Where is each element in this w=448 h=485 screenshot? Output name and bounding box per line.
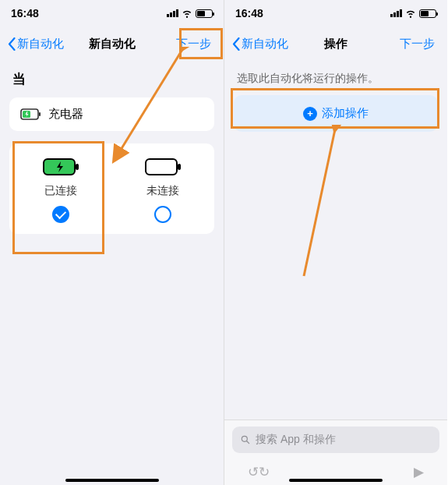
add-action-label: 添加操作 xyxy=(322,106,369,121)
play-icon[interactable]: ▶ xyxy=(414,464,424,480)
search-icon xyxy=(240,434,251,445)
svg-rect-5 xyxy=(146,159,177,175)
clock: 16:48 xyxy=(235,7,263,19)
next-button[interactable]: 下一步 xyxy=(171,34,216,55)
section-header-when: 当 xyxy=(0,61,224,94)
wifi-icon xyxy=(182,8,192,19)
next-button[interactable]: 下一步 xyxy=(395,34,439,55)
back-button[interactable]: 新自动化 xyxy=(8,37,64,51)
trigger-charger-row[interactable]: 充电器 xyxy=(9,97,214,131)
status-icons xyxy=(390,8,436,19)
nav-title: 新自动化 xyxy=(89,37,136,51)
search-placeholder: 搜索 App 和操作 xyxy=(256,433,336,447)
screen-new-automation: 16:48 新自动化 新自动化 下一步 当 充电器 xyxy=(0,0,224,485)
back-label: 新自动化 xyxy=(17,37,64,51)
option-disconnected[interactable]: 未连接 xyxy=(112,158,215,223)
option-connected[interactable]: 已连接 xyxy=(9,158,112,223)
search-input[interactable]: 搜索 App 和操作 xyxy=(232,427,439,453)
clock: 16:48 xyxy=(11,7,39,19)
battery-icon xyxy=(419,9,436,18)
svg-rect-6 xyxy=(178,164,181,170)
charger-icon xyxy=(20,108,41,120)
battery-charging-icon xyxy=(42,158,79,176)
option-disconnected-label: 未连接 xyxy=(146,184,179,198)
svg-rect-1 xyxy=(39,112,41,116)
status-bar: 16:48 xyxy=(224,0,447,27)
svg-rect-4 xyxy=(76,164,79,170)
status-bar: 16:48 xyxy=(0,0,224,27)
radio-checked-icon xyxy=(52,206,69,223)
connection-options: 已连接 未连接 xyxy=(9,143,214,234)
back-button[interactable]: 新自动化 xyxy=(232,37,288,51)
chevron-left-icon xyxy=(8,37,16,51)
charger-label: 充电器 xyxy=(48,107,83,122)
svg-point-7 xyxy=(242,436,247,441)
nav-bar: 新自动化 操作 下一步 xyxy=(224,27,447,61)
plus-circle-icon: + xyxy=(303,107,317,121)
redo-icon[interactable]: ↻ xyxy=(259,464,270,480)
battery-empty-icon xyxy=(144,158,182,176)
hint-text: 选取此自动化将运行的操作。 xyxy=(224,61,447,95)
battery-icon xyxy=(196,9,213,18)
undo-icon[interactable]: ↺ xyxy=(248,464,259,480)
nav-title: 操作 xyxy=(324,37,347,51)
status-icons xyxy=(167,8,213,19)
back-label: 新自动化 xyxy=(242,37,288,51)
radio-unchecked-icon xyxy=(154,206,171,223)
chevron-left-icon xyxy=(232,37,240,51)
home-indicator[interactable] xyxy=(289,479,383,482)
screen-actions: 16:48 新自动化 操作 下一步 选取此自动化将运行的操作。 + 添加操作 搜… xyxy=(224,0,447,485)
svg-line-8 xyxy=(247,441,249,444)
wifi-icon xyxy=(405,8,416,19)
option-connected-label: 已连接 xyxy=(44,184,77,198)
home-indicator[interactable] xyxy=(65,479,159,482)
nav-bar: 新自动化 新自动化 下一步 xyxy=(0,27,224,61)
cellular-icon xyxy=(390,9,402,17)
add-action-button[interactable]: + 添加操作 xyxy=(234,95,438,132)
cellular-icon xyxy=(167,9,178,17)
bottom-bar: 搜索 App 和操作 ↺ ↻ ▶ xyxy=(224,420,447,485)
